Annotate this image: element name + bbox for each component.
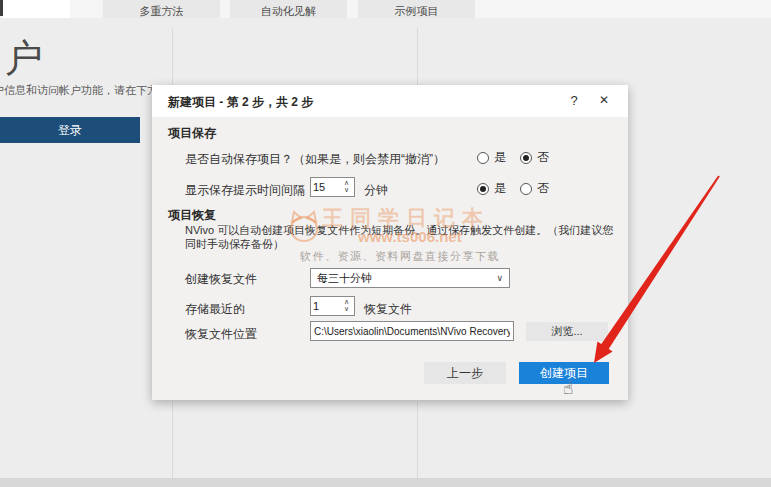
- tab-automated-insights[interactable]: 自动化见解: [230, 0, 347, 18]
- radio-icon[interactable]: [477, 152, 489, 164]
- browse-button[interactable]: 浏览...: [526, 322, 608, 341]
- recovery-description: NVivo 可以自动创建项目恢复文件作为短期备份。通过保存触发文件创建。（我们建…: [185, 223, 615, 251]
- recovery-frequency-dropdown[interactable]: 每三十分钟 ∨: [310, 268, 510, 288]
- radio-icon-checked[interactable]: [520, 152, 532, 164]
- grid-divider: [172, 402, 173, 487]
- help-icon[interactable]: ?: [566, 93, 582, 108]
- dialog-titlebar[interactable]: 新建项目 - 第 2 步，共 2 步 ? ✕: [152, 85, 628, 117]
- radio-label: 是: [494, 180, 506, 197]
- store-recent-input[interactable]: [313, 297, 339, 315]
- radio-label: 否: [537, 149, 549, 166]
- back-button[interactable]: 上一步: [424, 362, 506, 384]
- reminder-unit-label: 分钟: [364, 182, 388, 199]
- window-edge-sliver: [0, 0, 3, 16]
- create-recovery-label: 创建恢复文件: [185, 271, 257, 288]
- account-info-text: 户信息和访问帐户功能，请在下方登: [0, 83, 163, 98]
- reminder-interval-input[interactable]: [313, 178, 339, 196]
- section-project-recovery-heading: 项目恢复: [168, 207, 216, 224]
- autosave-radio-group: 是 否: [477, 149, 549, 166]
- reminder-option-no[interactable]: 否: [520, 180, 549, 197]
- reminder-radio-group: 是 否: [477, 180, 549, 197]
- account-heading-fragment: 户: [5, 33, 44, 84]
- dropdown-chevron-icon: ∨: [496, 269, 503, 287]
- autosave-label: 是否自动保存项目？（如果是，则会禁用“撤消”）: [185, 151, 445, 168]
- dropdown-value: 每三十分钟: [317, 272, 372, 284]
- radio-icon[interactable]: [520, 183, 532, 195]
- radio-icon-checked[interactable]: [477, 183, 489, 195]
- recovery-location-input[interactable]: [310, 321, 514, 341]
- recovery-location-label: 恢复文件位置: [185, 326, 257, 343]
- section-project-save-heading: 项目保存: [168, 125, 216, 142]
- reminder-label: 显示保存提示时间间隔: [185, 182, 305, 199]
- radio-label: 是: [494, 149, 506, 166]
- close-icon[interactable]: ✕: [596, 93, 612, 107]
- tab-mixed-methods[interactable]: 多重方法: [103, 0, 220, 18]
- store-recent-unit-label: 恢复文件: [364, 301, 412, 318]
- top-left-tile: [3, 0, 70, 18]
- store-recent-label: 存储最近的: [185, 301, 245, 318]
- grid-divider: [417, 402, 418, 487]
- bottom-status-strip: [0, 478, 771, 487]
- create-project-button[interactable]: 创建项目: [519, 362, 609, 384]
- grid-divider: [417, 28, 418, 85]
- chevron-down-icon[interactable]: ∨: [341, 186, 352, 195]
- reminder-option-yes[interactable]: 是: [477, 180, 506, 197]
- login-button[interactable]: 登录: [0, 117, 140, 143]
- grid-divider: [172, 28, 173, 85]
- autosave-option-no[interactable]: 否: [520, 149, 549, 166]
- app-window: 多重方法 自动化见解 示例项目 户 户信息和访问帐户功能，请在下方登 登录 新建…: [0, 0, 771, 487]
- autosave-option-yes[interactable]: 是: [477, 149, 506, 166]
- store-recent-stepper: ∧ ∨: [310, 296, 355, 316]
- reminder-interval-stepper: ∧ ∨: [310, 177, 355, 197]
- new-project-dialog: 新建项目 - 第 2 步，共 2 步 ? ✕ 项目保存 是否自动保存项目？（如果…: [152, 85, 628, 400]
- chevron-down-icon[interactable]: ∨: [341, 305, 352, 314]
- dialog-title: 新建项目 - 第 2 步，共 2 步: [168, 94, 313, 111]
- tab-sample-project[interactable]: 示例项目: [358, 0, 475, 18]
- radio-label: 否: [537, 180, 549, 197]
